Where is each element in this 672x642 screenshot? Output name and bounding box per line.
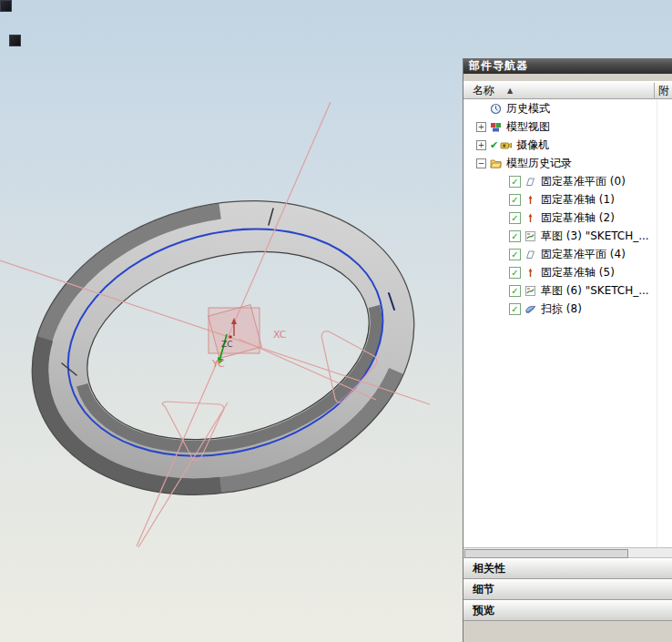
tree-row[interactable]: ✓草图 (6) "SKETCH_... — [463, 281, 672, 300]
tree-row[interactable]: +模型视图 — [463, 117, 672, 136]
tree-row[interactable]: +✔摄像机 — [463, 136, 672, 154]
feature-checkbox[interactable]: ✓ — [509, 285, 521, 297]
tree-item-label[interactable]: 草图 (3) "SKETCH_... — [541, 229, 649, 244]
section-preview[interactable]: 预览 — [463, 600, 672, 621]
part-navigator-panel: 部件导航器 名称 ▲ 附 历史模式+模型视图+✔摄像机−模型历史记录✓固定基准平… — [463, 58, 672, 642]
tree-item-label[interactable]: 固定基准平面 (0) — [541, 174, 626, 189]
column-name-label: 名称 — [473, 83, 494, 98]
expand-plus-icon[interactable]: + — [476, 122, 486, 132]
section-details-label: 细节 — [473, 582, 494, 597]
datum-axis-icon — [524, 194, 537, 206]
tree-item-label[interactable]: 固定基准平面 (4) — [541, 247, 626, 262]
clock-icon — [490, 103, 503, 115]
model-views-icon — [490, 121, 503, 133]
tree-item-label[interactable]: 草图 (6) "SKETCH_... — [541, 283, 649, 299]
tree-item-label[interactable]: 固定基准轴 (2) — [541, 210, 615, 226]
xc-axis-label: XC — [273, 329, 287, 341]
tree-item-label[interactable]: 摄像机 — [516, 138, 549, 153]
column-attr-label: 附 — [658, 84, 669, 97]
tree-row[interactable]: ✓固定基准平面 (4) — [463, 245, 672, 263]
datum-plane-origin[interactable] — [209, 305, 262, 359]
tree-item-label[interactable]: 模型视图 — [506, 119, 550, 135]
panel-gap — [463, 74, 672, 81]
tree-row[interactable]: ✓固定基准轴 (1) — [463, 190, 672, 209]
tree-item-label[interactable]: 扫掠 (8) — [541, 301, 582, 317]
datum-axis-icon — [524, 267, 537, 279]
feature-checkbox[interactable]: ✓ — [509, 176, 521, 188]
datum-axis-icon — [524, 212, 537, 224]
horizontal-scrollbar[interactable] — [463, 547, 672, 558]
panel-title-bar[interactable]: 部件导航器 — [463, 58, 672, 74]
feature-checkbox[interactable]: ✓ — [509, 303, 521, 315]
tree-row[interactable]: ✓扫掠 (8) — [463, 300, 672, 318]
section-preview-label: 预览 — [473, 603, 494, 618]
tree-row[interactable]: ✓固定基准轴 (5) — [463, 263, 672, 281]
collapse-minus-icon[interactable]: − — [476, 158, 486, 168]
app-root: XC YC ZC 部件导航器 名称 ▲ 附 历史模式+模型视图+✔摄像机−模型历… — [0, 0, 672, 642]
feature-checkbox[interactable]: ✓ — [509, 230, 521, 242]
stray-toolbar-icon-2 — [9, 35, 21, 46]
column-name-header[interactable]: 名称 ▲ — [463, 83, 654, 98]
sketch-icon — [524, 285, 537, 297]
tree-row[interactable]: ✓固定基准轴 (2) — [463, 209, 672, 227]
sketch-icon — [524, 230, 537, 242]
section-dependencies[interactable]: 相关性 — [463, 558, 672, 579]
tree-item-label[interactable]: 固定基准轴 (5) — [541, 265, 615, 280]
tree-row[interactable]: −模型历史记录 — [463, 154, 672, 172]
sweep-icon — [524, 303, 537, 315]
section-details[interactable]: 细节 — [463, 579, 672, 600]
check-mark-icon: ✔ — [490, 139, 498, 151]
yc-axis-label: YC — [211, 358, 225, 370]
feature-checkbox[interactable]: ✓ — [509, 249, 521, 260]
feature-checkbox[interactable]: ✓ — [509, 212, 521, 224]
section-dependencies-label: 相关性 — [473, 561, 505, 576]
tree-item-label[interactable]: 模型历史记录 — [506, 156, 572, 171]
zc-axis-label: ZC — [221, 340, 232, 349]
datum-plane-icon — [524, 176, 537, 188]
tree-row[interactable]: 历史模式 — [463, 99, 672, 117]
tree-column-header: 名称 ▲ 附 — [463, 81, 672, 99]
tree-item-label[interactable]: 固定基准轴 (1) — [541, 192, 615, 208]
expand-plus-icon[interactable]: + — [476, 140, 486, 150]
column-attr-header[interactable]: 附 — [654, 83, 672, 98]
feature-checkbox[interactable]: ✓ — [509, 267, 521, 279]
folder-open-icon — [490, 158, 503, 169]
scrollbar-thumb[interactable] — [464, 549, 628, 558]
panel-title: 部件导航器 — [469, 59, 528, 72]
stray-toolbar-icon-1 — [0, 0, 12, 12]
feature-checkbox[interactable]: ✓ — [509, 194, 521, 206]
tree-row[interactable]: ✓固定基准平面 (0) — [463, 172, 672, 190]
feature-tree: 历史模式+模型视图+✔摄像机−模型历史记录✓固定基准平面 (0)✓固定基准轴 (… — [463, 99, 672, 547]
sort-ascending-icon[interactable]: ▲ — [507, 87, 513, 95]
tree-row[interactable]: ✓草图 (3) "SKETCH_... — [463, 227, 672, 245]
camera-icon — [500, 139, 513, 151]
tree-item-label[interactable]: 历史模式 — [506, 101, 550, 117]
datum-plane-icon — [524, 249, 537, 260]
